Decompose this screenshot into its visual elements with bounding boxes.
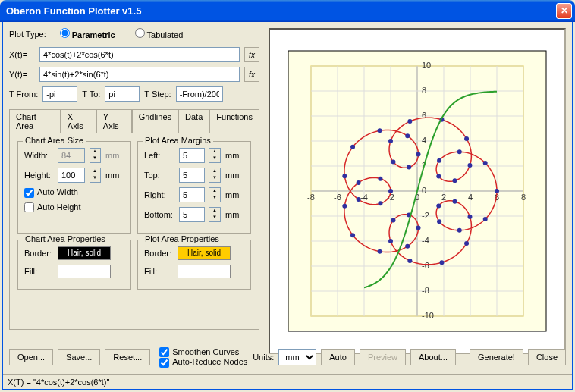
about-button[interactable]: About... <box>410 349 456 365</box>
xt-input[interactable] <box>39 47 240 62</box>
svg-text:8: 8 <box>422 86 426 95</box>
window-title: Oberon Function Plotter v1.5 <box>6 5 556 17</box>
width-input <box>58 148 85 163</box>
tab-functions[interactable]: Functions <box>209 109 259 133</box>
autoreduce-check[interactable]: Auto-Reduce Nodes <box>159 357 247 366</box>
tab-data[interactable]: Data <box>178 109 209 133</box>
smoothen-check[interactable]: Smoothen Curves <box>159 347 239 356</box>
svg-point-46 <box>357 180 361 185</box>
plot-fill-label: Fill: <box>144 267 173 276</box>
svg-point-58 <box>467 215 472 219</box>
fx-button-y[interactable]: fx <box>244 67 259 82</box>
svg-text:-6: -6 <box>334 193 341 202</box>
chart-border-label: Border: <box>24 249 53 258</box>
tab-chart-area[interactable]: Chart Area <box>9 109 61 133</box>
tto-input[interactable] <box>105 86 140 102</box>
tfrom-input[interactable] <box>42 86 77 102</box>
svg-point-49 <box>378 249 382 254</box>
svg-point-55 <box>407 259 412 263</box>
plot-preview: -8-6-4-202468-10-8-6-4-20246810 <box>269 28 566 354</box>
top-input[interactable] <box>179 168 205 183</box>
svg-point-57 <box>464 241 469 246</box>
xt-label: X(t)= <box>9 50 35 59</box>
height-up[interactable]: ▲ <box>90 168 100 175</box>
left-input[interactable] <box>179 148 205 163</box>
plot-props-title: Plot Area Properties <box>143 234 222 243</box>
svg-point-65 <box>483 161 488 165</box>
svg-point-74 <box>388 139 393 143</box>
svg-point-75 <box>391 160 395 165</box>
close-button[interactable]: Close <box>528 349 566 365</box>
plot-fill-swatch[interactable] <box>178 265 231 278</box>
svg-point-53 <box>391 218 395 222</box>
chart-fill-label: Fill: <box>24 267 53 276</box>
tab-y-axis[interactable]: Y Axis <box>96 109 132 133</box>
svg-point-76 <box>407 165 411 170</box>
height-input[interactable] <box>58 168 85 183</box>
height-unit: mm <box>105 171 119 180</box>
svg-point-56 <box>439 260 444 265</box>
svg-point-83 <box>378 201 382 205</box>
radio-parametric[interactable]: Parametric <box>60 28 115 39</box>
svg-point-45 <box>378 177 382 181</box>
left-label: Left: <box>144 151 174 160</box>
svg-text:-8: -8 <box>422 286 429 295</box>
open-button[interactable]: Open... <box>9 349 53 365</box>
svg-point-59 <box>452 199 457 204</box>
height-down[interactable]: ▼ <box>90 175 100 182</box>
fx-button-x[interactable]: fx <box>244 47 259 62</box>
svg-text:2: 2 <box>441 193 446 202</box>
units-select[interactable]: mm <box>278 349 316 365</box>
tto-label: T To: <box>82 89 100 99</box>
svg-point-82 <box>357 197 361 202</box>
svg-point-44 <box>388 189 393 193</box>
tab-gridlines[interactable]: Gridlines <box>132 109 178 133</box>
auto-width-check[interactable]: Auto Width <box>24 187 78 198</box>
close-icon[interactable]: ✕ <box>556 3 572 19</box>
generate-button[interactable]: Generate! <box>470 349 523 365</box>
svg-point-47 <box>342 204 347 209</box>
right-input[interactable] <box>179 187 205 202</box>
svg-point-51 <box>416 226 421 230</box>
svg-text:4: 4 <box>422 136 426 145</box>
top-label: Top: <box>144 171 174 180</box>
yt-input[interactable] <box>39 67 240 82</box>
svg-text:8: 8 <box>521 193 526 202</box>
yt-label: Y(t)= <box>9 70 35 79</box>
svg-point-80 <box>350 145 355 149</box>
width-label: Width: <box>24 151 53 160</box>
svg-text:-4: -4 <box>360 193 368 202</box>
svg-point-77 <box>416 152 421 156</box>
status-bar: X(T) = "4*cos(t)+2*cos(6*t)" <box>3 374 572 389</box>
reset-button[interactable]: Reset... <box>105 349 150 365</box>
bottom-label: Bottom: <box>144 210 174 219</box>
svg-point-50 <box>405 244 410 249</box>
tab-x-axis[interactable]: X Axis <box>61 109 96 133</box>
plot-border-label: Border: <box>144 249 173 258</box>
radio-tabulated[interactable]: Tabulated <box>135 28 184 39</box>
tfrom-label: T From: <box>9 89 38 99</box>
svg-point-66 <box>457 149 462 154</box>
right-label: Right: <box>144 190 174 199</box>
svg-point-71 <box>464 136 469 141</box>
plot-margins-title: Plot Area Margins <box>143 136 213 145</box>
svg-point-60 <box>436 203 441 208</box>
plot-border-swatch[interactable]: Hair, solid <box>178 246 231 260</box>
tstep-input[interactable] <box>176 86 223 102</box>
svg-point-79 <box>378 128 382 133</box>
svg-point-78 <box>405 133 410 138</box>
chart-fill-swatch[interactable] <box>58 265 111 278</box>
auto-height-check[interactable]: Auto Height <box>24 202 80 213</box>
svg-text:-4: -4 <box>422 236 429 245</box>
chart-border-swatch[interactable]: Hair, solid <box>58 246 111 260</box>
svg-point-62 <box>457 228 462 233</box>
chart-props-title: Chart Area Properties <box>23 234 108 243</box>
svg-point-64 <box>495 189 499 193</box>
svg-point-81 <box>342 174 347 178</box>
save-button[interactable]: Save... <box>58 349 100 365</box>
svg-point-73 <box>407 119 412 124</box>
svg-text:0: 0 <box>422 186 426 195</box>
auto-button[interactable]: Auto <box>321 349 355 365</box>
bottom-input[interactable] <box>179 207 205 222</box>
svg-text:-2: -2 <box>422 211 429 220</box>
